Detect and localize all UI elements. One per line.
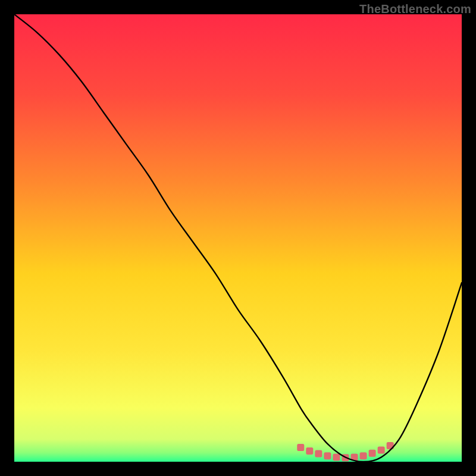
bottom-band-marker (297, 444, 304, 451)
chart-plot-area (14, 14, 462, 462)
bottom-band-marker (315, 450, 322, 457)
watermark-text: TheBottleneck.com (359, 2, 471, 16)
bottom-band-marker (369, 450, 376, 457)
bottom-band-marker (333, 453, 340, 461)
chart-svg (14, 14, 462, 462)
bottom-band-marker (324, 452, 331, 459)
bottom-band-marker (306, 447, 313, 455)
bottom-band-marker (360, 452, 367, 459)
bottom-band-marker (378, 446, 385, 453)
